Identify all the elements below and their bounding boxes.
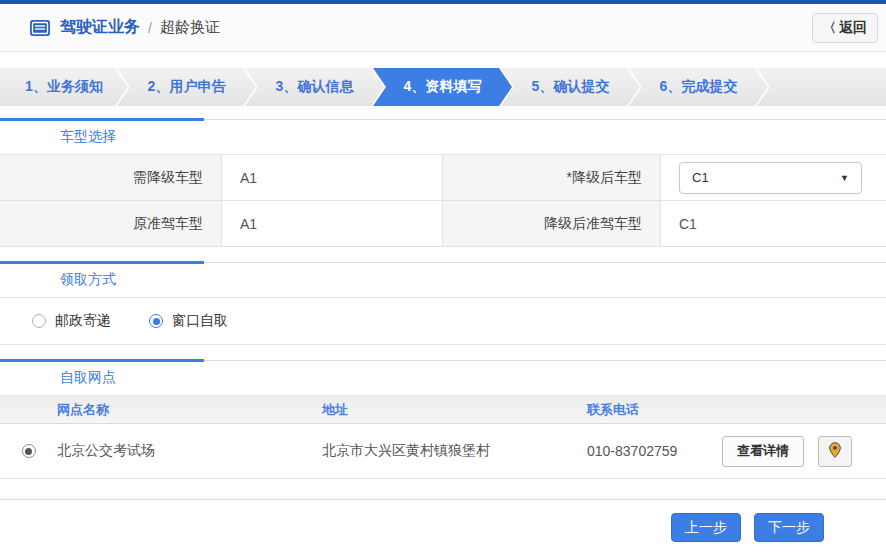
radio-outlet-row[interactable] bbox=[22, 444, 36, 458]
column-phone: 联系电话 bbox=[587, 401, 722, 419]
outlet-phone-value: 010-83702759 bbox=[587, 443, 722, 459]
outlets-section-title: 自取网点 bbox=[0, 361, 886, 396]
original-permit-value: A1 bbox=[222, 201, 443, 247]
next-step-button[interactable]: 下一步 bbox=[754, 513, 824, 542]
step-tab-2[interactable]: 2、用户申告 bbox=[117, 68, 256, 106]
pickup-outlets-section: 自取网点 网点名称 地址 联系电话 北京公交考试场 北京市大兴区黄村镇狼堡村 0… bbox=[0, 360, 886, 479]
previous-step-button[interactable]: 上一步 bbox=[671, 513, 741, 542]
outlet-name-value: 北京公交考试场 bbox=[57, 442, 322, 460]
step-tab-3[interactable]: 3、确认信息 bbox=[245, 68, 384, 106]
map-pin-button[interactable] bbox=[818, 436, 852, 467]
permitted-after-label: 降级后准驾车型 bbox=[443, 201, 661, 247]
vehicle-section-title: 车型选择 bbox=[0, 120, 886, 155]
vehicle-type-section: 车型选择 需降级车型 A1 *降级后车型 C1 ▼ 原准驾车型 A1 降级后准驾… bbox=[0, 119, 886, 247]
select-value: C1 bbox=[692, 170, 709, 185]
back-button-label: 返回 bbox=[839, 19, 867, 37]
breadcrumb-current: 超龄换证 bbox=[160, 18, 220, 37]
view-details-button[interactable]: 查看详情 bbox=[722, 436, 804, 467]
chevron-left-icon: 〈 bbox=[823, 19, 836, 37]
step-tab-4-active[interactable]: 4、资料填写 bbox=[373, 68, 512, 106]
column-outlet-name: 网点名称 bbox=[57, 401, 322, 419]
vehicle-type-table: 需降级车型 A1 *降级后车型 C1 ▼ 原准驾车型 A1 降级后准驾车型 C1 bbox=[0, 155, 886, 247]
pickup-method-section: 领取方式 邮政寄递 窗口自取 bbox=[0, 262, 886, 345]
dropdown-caret-icon: ▼ bbox=[840, 173, 849, 183]
step-bar-filler bbox=[757, 68, 886, 106]
original-permit-label: 原准驾车型 bbox=[0, 201, 222, 247]
step-tab-1[interactable]: 1、业务须知 bbox=[0, 68, 128, 106]
license-card-icon bbox=[30, 20, 50, 36]
step-tab-6[interactable]: 6、完成提交 bbox=[629, 68, 768, 106]
after-downgrade-select[interactable]: C1 ▼ bbox=[679, 162, 862, 194]
page-header: 驾驶证业务 / 超龄换证 〈 返回 bbox=[0, 4, 886, 52]
radio-postal-delivery[interactable] bbox=[32, 314, 46, 328]
back-button[interactable]: 〈 返回 bbox=[812, 13, 878, 43]
radio-window-pickup[interactable] bbox=[149, 314, 163, 328]
permitted-after-value: C1 bbox=[661, 201, 886, 247]
pickup-section-title: 领取方式 bbox=[0, 263, 886, 298]
page-title: 驾驶证业务 bbox=[60, 17, 140, 38]
step-progress-bar: 1、业务须知 2、用户申告 3、确认信息 4、资料填写 5、确认提交 6、完成提… bbox=[0, 68, 886, 106]
need-downgrade-value: A1 bbox=[222, 155, 443, 201]
breadcrumb-separator: / bbox=[148, 20, 152, 36]
after-downgrade-label: *降级后车型 bbox=[443, 155, 661, 201]
need-downgrade-label: 需降级车型 bbox=[0, 155, 222, 201]
window-pickup-label: 窗口自取 bbox=[172, 312, 228, 330]
pickup-options-row: 邮政寄递 窗口自取 bbox=[0, 298, 886, 345]
outlets-table-header: 网点名称 地址 联系电话 bbox=[0, 396, 886, 424]
column-address: 地址 bbox=[322, 401, 587, 419]
step-tab-5[interactable]: 5、确认提交 bbox=[501, 68, 640, 106]
map-pin-icon bbox=[829, 442, 841, 461]
postal-delivery-label: 邮政寄递 bbox=[55, 312, 111, 330]
footer-actions: 上一步 下一步 bbox=[0, 499, 886, 542]
outlet-table-row: 北京公交考试场 北京市大兴区黄村镇狼堡村 010-83702759 查看详情 bbox=[0, 424, 886, 479]
outlet-address-value: 北京市大兴区黄村镇狼堡村 bbox=[322, 442, 587, 460]
